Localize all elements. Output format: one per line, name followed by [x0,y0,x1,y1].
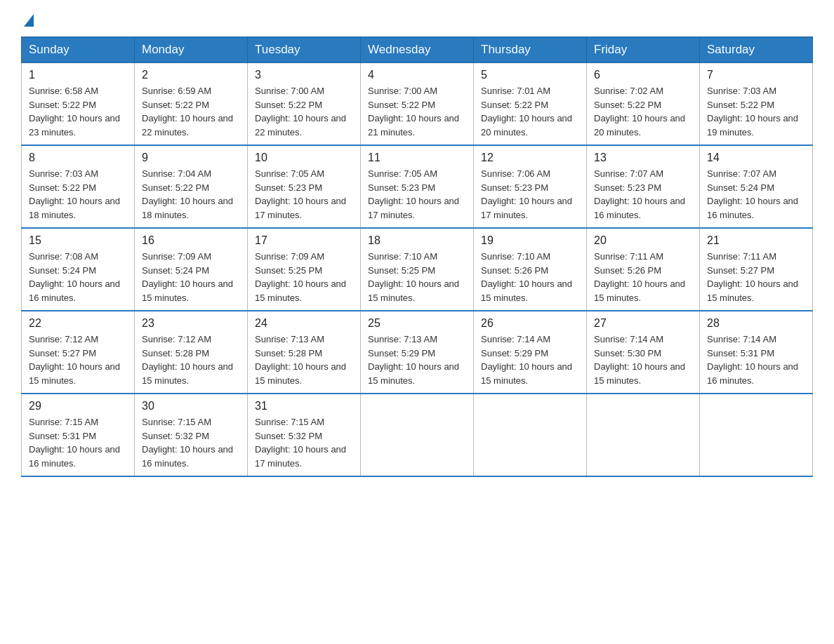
day-info: Sunrise: 7:02 AMSunset: 5:22 PMDaylight:… [594,84,692,139]
day-info: Sunrise: 7:14 AMSunset: 5:29 PMDaylight:… [481,333,579,387]
day-info: Sunrise: 7:15 AMSunset: 5:31 PMDaylight:… [29,415,127,470]
day-number: 24 [255,317,353,330]
weekday-header-monday: Monday [135,37,248,63]
day-info: Sunrise: 7:00 AMSunset: 5:22 PMDaylight:… [255,84,353,139]
calendar-cell: 2Sunrise: 6:59 AMSunset: 5:22 PMDaylight… [135,63,248,146]
day-number: 29 [29,400,127,412]
weekday-header-wednesday: Wednesday [361,37,474,63]
calendar-cell: 28Sunrise: 7:14 AMSunset: 5:31 PMDayligh… [700,311,813,394]
day-number: 23 [142,317,240,330]
calendar-cell: 26Sunrise: 7:14 AMSunset: 5:29 PMDayligh… [474,311,587,394]
day-info: Sunrise: 7:10 AMSunset: 5:26 PMDaylight:… [481,250,579,304]
page-header [21,14,813,24]
day-number: 17 [255,234,353,247]
day-number: 10 [255,152,353,164]
day-info: Sunrise: 7:10 AMSunset: 5:25 PMDaylight:… [368,250,466,304]
day-info: Sunrise: 7:14 AMSunset: 5:31 PMDaylight:… [707,333,805,387]
calendar-cell: 29Sunrise: 7:15 AMSunset: 5:31 PMDayligh… [22,394,135,476]
day-number: 21 [707,234,805,247]
calendar-cell: 6Sunrise: 7:02 AMSunset: 5:22 PMDaylight… [587,63,700,146]
calendar-cell: 8Sunrise: 7:03 AMSunset: 5:22 PMDaylight… [22,145,135,228]
day-info: Sunrise: 7:07 AMSunset: 5:24 PMDaylight:… [707,167,805,222]
day-number: 28 [707,317,805,330]
day-info: Sunrise: 7:01 AMSunset: 5:22 PMDaylight:… [481,84,579,139]
calendar-cell: 11Sunrise: 7:05 AMSunset: 5:23 PMDayligh… [361,145,474,228]
day-number: 9 [142,152,240,164]
logo-triangle-icon [24,14,34,27]
day-number: 25 [368,317,466,330]
day-number: 13 [594,152,692,164]
calendar-cell [587,394,700,476]
calendar-cell: 13Sunrise: 7:07 AMSunset: 5:23 PMDayligh… [587,145,700,228]
weekday-header-friday: Friday [587,37,700,63]
day-number: 4 [368,69,466,81]
calendar-cell: 18Sunrise: 7:10 AMSunset: 5:25 PMDayligh… [361,228,474,311]
day-number: 16 [142,234,240,247]
calendar-cell: 30Sunrise: 7:15 AMSunset: 5:32 PMDayligh… [135,394,248,476]
calendar-cell: 9Sunrise: 7:04 AMSunset: 5:22 PMDaylight… [135,145,248,228]
weekday-header-thursday: Thursday [474,37,587,63]
calendar-cell [474,394,587,476]
day-number: 22 [29,317,127,330]
day-number: 18 [368,234,466,247]
calendar-cell: 3Sunrise: 7:00 AMSunset: 5:22 PMDaylight… [248,63,361,146]
calendar-cell: 22Sunrise: 7:12 AMSunset: 5:27 PMDayligh… [22,311,135,394]
weekday-header-row: SundayMondayTuesdayWednesdayThursdayFrid… [22,37,813,63]
day-info: Sunrise: 7:05 AMSunset: 5:23 PMDaylight:… [368,167,466,222]
calendar-cell: 31Sunrise: 7:15 AMSunset: 5:32 PMDayligh… [248,394,361,476]
day-info: Sunrise: 7:08 AMSunset: 5:24 PMDaylight:… [29,250,127,304]
calendar-cell: 10Sunrise: 7:05 AMSunset: 5:23 PMDayligh… [248,145,361,228]
day-info: Sunrise: 7:09 AMSunset: 5:24 PMDaylight:… [142,250,240,304]
calendar-cell: 12Sunrise: 7:06 AMSunset: 5:23 PMDayligh… [474,145,587,228]
day-info: Sunrise: 7:00 AMSunset: 5:22 PMDaylight:… [368,84,466,139]
day-number: 15 [29,234,127,247]
day-number: 5 [481,69,579,81]
day-number: 12 [481,152,579,164]
day-number: 8 [29,152,127,164]
calendar-cell [700,394,813,476]
calendar-cell: 14Sunrise: 7:07 AMSunset: 5:24 PMDayligh… [700,145,813,228]
calendar-week-row: 1Sunrise: 6:58 AMSunset: 5:22 PMDaylight… [22,63,813,146]
calendar-cell: 24Sunrise: 7:13 AMSunset: 5:28 PMDayligh… [248,311,361,394]
calendar-cell: 15Sunrise: 7:08 AMSunset: 5:24 PMDayligh… [22,228,135,311]
calendar-week-row: 8Sunrise: 7:03 AMSunset: 5:22 PMDaylight… [22,145,813,228]
calendar-cell: 25Sunrise: 7:13 AMSunset: 5:29 PMDayligh… [361,311,474,394]
day-number: 19 [481,234,579,247]
day-info: Sunrise: 7:03 AMSunset: 5:22 PMDaylight:… [707,84,805,139]
calendar-table: SundayMondayTuesdayWednesdayThursdayFrid… [21,36,813,477]
day-number: 14 [707,152,805,164]
day-info: Sunrise: 7:13 AMSunset: 5:28 PMDaylight:… [255,333,353,387]
day-number: 20 [594,234,692,247]
calendar-cell [361,394,474,476]
day-info: Sunrise: 7:04 AMSunset: 5:22 PMDaylight:… [142,167,240,222]
day-info: Sunrise: 7:03 AMSunset: 5:22 PMDaylight:… [29,167,127,222]
calendar-cell: 16Sunrise: 7:09 AMSunset: 5:24 PMDayligh… [135,228,248,311]
calendar-cell: 19Sunrise: 7:10 AMSunset: 5:26 PMDayligh… [474,228,587,311]
day-number: 1 [29,69,127,81]
day-info: Sunrise: 7:13 AMSunset: 5:29 PMDaylight:… [368,333,466,387]
day-info: Sunrise: 7:06 AMSunset: 5:23 PMDaylight:… [481,167,579,222]
day-number: 26 [481,317,579,330]
day-info: Sunrise: 7:12 AMSunset: 5:27 PMDaylight:… [29,333,127,387]
day-info: Sunrise: 6:58 AMSunset: 5:22 PMDaylight:… [29,84,127,139]
day-info: Sunrise: 7:15 AMSunset: 5:32 PMDaylight:… [255,415,353,470]
calendar-cell: 23Sunrise: 7:12 AMSunset: 5:28 PMDayligh… [135,311,248,394]
day-number: 3 [255,69,353,81]
calendar-body: 1Sunrise: 6:58 AMSunset: 5:22 PMDaylight… [22,63,813,477]
calendar-cell: 5Sunrise: 7:01 AMSunset: 5:22 PMDaylight… [474,63,587,146]
day-info: Sunrise: 7:14 AMSunset: 5:30 PMDaylight:… [594,333,692,387]
day-number: 11 [368,152,466,164]
day-info: Sunrise: 7:07 AMSunset: 5:23 PMDaylight:… [594,167,692,222]
day-number: 6 [594,69,692,81]
calendar-week-row: 22Sunrise: 7:12 AMSunset: 5:27 PMDayligh… [22,311,813,394]
calendar-header: SundayMondayTuesdayWednesdayThursdayFrid… [22,37,813,63]
weekday-header-saturday: Saturday [700,37,813,63]
day-number: 2 [142,69,240,81]
day-info: Sunrise: 7:09 AMSunset: 5:25 PMDaylight:… [255,250,353,304]
logo [21,14,34,24]
calendar-cell: 27Sunrise: 7:14 AMSunset: 5:30 PMDayligh… [587,311,700,394]
weekday-header-sunday: Sunday [22,37,135,63]
day-info: Sunrise: 7:12 AMSunset: 5:28 PMDaylight:… [142,333,240,387]
day-number: 7 [707,69,805,81]
day-info: Sunrise: 7:05 AMSunset: 5:23 PMDaylight:… [255,167,353,222]
